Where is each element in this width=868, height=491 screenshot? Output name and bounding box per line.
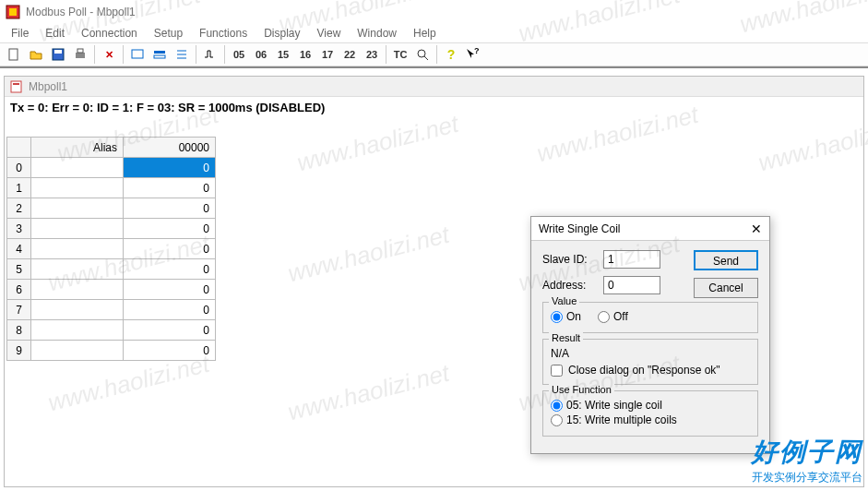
value-cell[interactable]: 0 xyxy=(124,280,216,300)
address-label: Address: xyxy=(542,279,598,292)
menu-window[interactable]: Window xyxy=(350,25,404,42)
row-index[interactable]: 6 xyxy=(7,280,31,300)
svg-rect-5 xyxy=(76,53,85,58)
result-group: Result N/A Close dialog on "Response ok" xyxy=(542,339,758,385)
dialog-title-bar[interactable]: Write Single Coil ✕ xyxy=(531,217,769,241)
fn15-radio[interactable] xyxy=(551,414,563,426)
value-on-radio[interactable] xyxy=(551,311,563,323)
svg-rect-1 xyxy=(9,8,17,16)
write-single-coil-dialog: Write Single Coil ✕ Slave ID: Address: S… xyxy=(530,216,770,454)
row-index[interactable]: 8 xyxy=(7,320,31,341)
alias-cell[interactable] xyxy=(31,320,124,341)
row-index[interactable]: 9 xyxy=(7,341,31,361)
alias-cell[interactable] xyxy=(31,300,124,320)
menu-view[interactable]: View xyxy=(310,25,349,42)
child-title-bar[interactable]: Mbpoll1 xyxy=(5,77,863,97)
value-group: Value On Off xyxy=(542,302,758,333)
grid-header-alias[interactable]: Alias xyxy=(31,138,124,158)
table-row[interactable]: 50 xyxy=(7,259,216,280)
row-index[interactable]: 2 xyxy=(7,198,31,219)
pulse-icon[interactable] xyxy=(200,44,220,65)
grid-header-value[interactable]: 00000 xyxy=(124,138,216,158)
close-on-ok-label: Close dialog on "Response ok" xyxy=(568,364,720,377)
menu-file[interactable]: File xyxy=(4,25,36,42)
new-icon[interactable] xyxy=(4,44,24,65)
value-cell[interactable]: 0 xyxy=(124,239,216,259)
search-icon[interactable] xyxy=(412,44,433,65)
value-off-radio[interactable] xyxy=(598,311,610,323)
alias-cell[interactable] xyxy=(31,219,124,239)
fn05-radio[interactable] xyxy=(551,400,563,412)
value-cell[interactable]: 0 xyxy=(124,198,216,219)
menu-setup[interactable]: Setup xyxy=(147,25,190,42)
use-function-group: Use Function 05: Write single coil 15: W… xyxy=(542,390,758,437)
fn-15-button[interactable]: 15 xyxy=(273,44,293,65)
menu-connection[interactable]: Connection xyxy=(74,25,145,42)
svg-rect-16 xyxy=(11,81,21,92)
close-icon[interactable]: ✕ xyxy=(751,222,762,236)
value-cell[interactable]: 0 xyxy=(124,158,216,178)
fn-22-button[interactable]: 22 xyxy=(339,44,360,65)
fn-23-button[interactable]: 23 xyxy=(362,44,382,65)
save-icon[interactable] xyxy=(48,44,68,65)
value-cell[interactable]: 0 xyxy=(124,341,216,361)
list-icon[interactable] xyxy=(172,44,192,65)
alias-cell[interactable] xyxy=(31,341,124,361)
table-row[interactable]: 20 xyxy=(7,198,216,219)
alias-cell[interactable] xyxy=(31,198,124,219)
address-input[interactable] xyxy=(603,276,660,294)
table-row[interactable]: 90 xyxy=(7,341,216,361)
value-cell[interactable]: 0 xyxy=(124,219,216,239)
table-row[interactable]: 30 xyxy=(7,219,216,239)
register-grid[interactable]: Alias 00000 00102030405060708090 xyxy=(6,137,216,361)
close-on-ok-checkbox[interactable] xyxy=(551,365,563,377)
fn-05-button[interactable]: 05 xyxy=(229,44,249,65)
slave-id-input[interactable] xyxy=(603,250,660,269)
svg-line-14 xyxy=(424,56,428,60)
row-index[interactable]: 3 xyxy=(7,219,31,239)
alias-cell[interactable] xyxy=(31,158,124,178)
row-index[interactable]: 0 xyxy=(7,158,31,178)
menu-edit[interactable]: Edit xyxy=(38,25,72,42)
disconnect-icon[interactable]: ✕ xyxy=(99,44,119,65)
row-index[interactable]: 5 xyxy=(7,259,31,280)
row-index[interactable]: 1 xyxy=(7,178,31,198)
fn-17-button[interactable]: 17 xyxy=(317,44,338,65)
value-off-label: Off xyxy=(613,310,628,323)
table-row[interactable]: 40 xyxy=(7,239,216,259)
table-row[interactable]: 60 xyxy=(7,280,216,300)
value-cell[interactable]: 0 xyxy=(124,300,216,320)
value-cell[interactable]: 0 xyxy=(124,259,216,280)
menu-functions[interactable]: Functions xyxy=(192,25,255,42)
fn-16-button[interactable]: 16 xyxy=(295,44,315,65)
value-cell[interactable]: 0 xyxy=(124,178,216,198)
open-icon[interactable] xyxy=(26,44,46,65)
row-index[interactable]: 7 xyxy=(7,300,31,320)
menu-display[interactable]: Display xyxy=(256,25,307,42)
value-cell[interactable]: 0 xyxy=(124,320,216,341)
context-help-icon[interactable]: ? xyxy=(463,44,483,65)
alias-cell[interactable] xyxy=(31,280,124,300)
table-row[interactable]: 80 xyxy=(7,320,216,341)
send-button[interactable]: Send xyxy=(694,250,758,270)
monitor-icon[interactable] xyxy=(127,44,148,65)
alias-cell[interactable] xyxy=(31,178,124,198)
alias-cell[interactable] xyxy=(31,259,124,280)
table-row[interactable]: 10 xyxy=(7,178,216,198)
row-index[interactable]: 4 xyxy=(7,239,31,259)
svg-rect-8 xyxy=(154,51,165,54)
svg-point-13 xyxy=(418,50,425,57)
alias-cell[interactable] xyxy=(31,239,124,259)
grid-corner xyxy=(7,138,31,158)
cancel-button[interactable]: Cancel xyxy=(694,278,758,298)
print-icon[interactable] xyxy=(70,44,90,65)
tc-button[interactable]: TC xyxy=(390,44,410,65)
menu-help[interactable]: Help xyxy=(406,25,444,42)
header-icon[interactable] xyxy=(149,44,170,65)
fn-06-button[interactable]: 06 xyxy=(251,44,271,65)
svg-text:?: ? xyxy=(474,48,480,55)
table-row[interactable]: 70 xyxy=(7,300,216,320)
table-row[interactable]: 00 xyxy=(7,158,216,178)
result-legend: Result xyxy=(549,332,583,343)
help-icon[interactable]: ? xyxy=(441,44,461,65)
